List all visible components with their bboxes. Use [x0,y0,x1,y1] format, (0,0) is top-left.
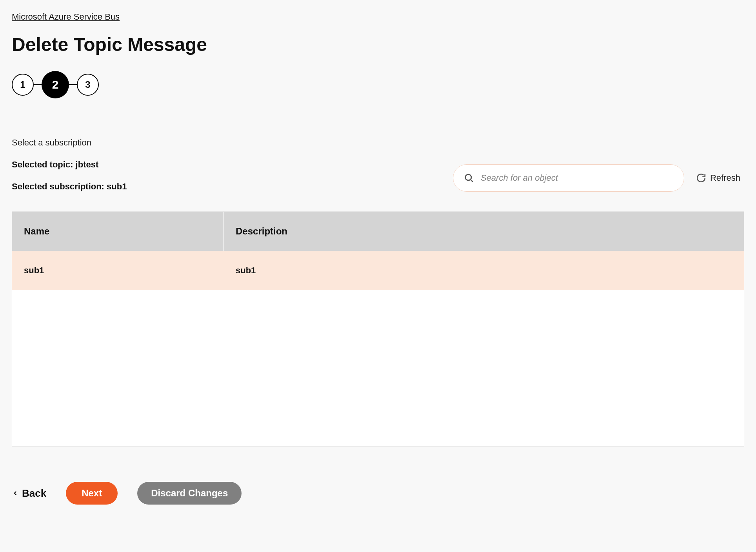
cell-name: sub1 [12,265,224,276]
next-button[interactable]: Next [66,482,118,505]
subscription-table: Name Description sub1sub1 [12,211,744,447]
step-3[interactable]: 3 [77,74,99,96]
instruction-text: Select a subscription [12,138,744,148]
page-title: Delete Topic Message [12,34,744,55]
refresh-button[interactable]: Refresh [696,173,740,183]
search-icon [464,173,474,183]
back-button[interactable]: Back [12,487,46,499]
column-header-description[interactable]: Description [224,226,744,237]
table-row[interactable]: sub1sub1 [12,251,744,290]
step-connector [34,84,42,85]
refresh-icon [696,173,706,183]
step-1[interactable]: 1 [12,74,34,96]
svg-line-1 [471,180,472,182]
search-input[interactable] [453,164,684,192]
stepper: 1 2 3 [12,71,744,98]
refresh-label: Refresh [710,173,740,183]
step-2[interactable]: 2 [42,71,69,98]
breadcrumb-link[interactable]: Microsoft Azure Service Bus [12,12,120,22]
chevron-left-icon [12,490,19,497]
column-header-name[interactable]: Name [12,212,224,251]
table-header-row: Name Description [12,212,744,251]
svg-point-0 [465,174,471,180]
selected-subscription-label: Selected subscription: sub1 [12,182,127,192]
discard-button[interactable]: Discard Changes [137,482,242,505]
search-field-wrap [453,164,684,192]
selected-topic-label: Selected topic: jbtest [12,160,127,170]
cell-description: sub1 [224,265,744,276]
step-connector [69,84,77,85]
back-label: Back [22,487,46,499]
